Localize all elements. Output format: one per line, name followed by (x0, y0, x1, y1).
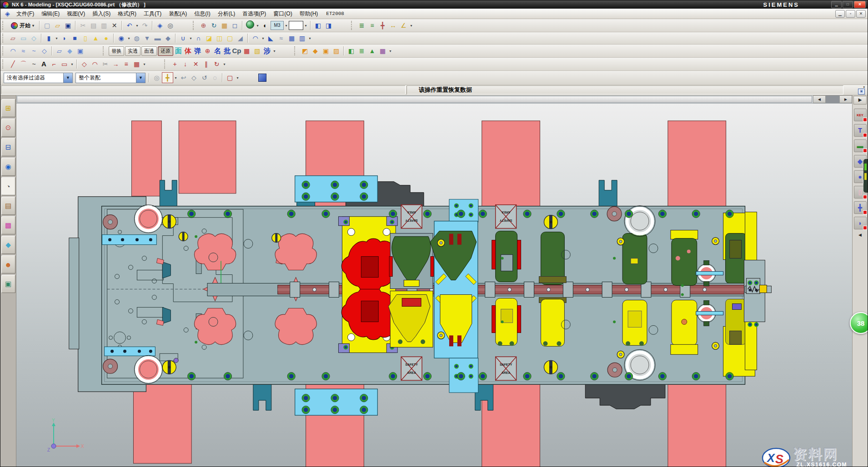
interference-tool[interactable]: 涉 (262, 46, 272, 56)
open-file-icon[interactable]: ▱ (52, 20, 63, 30)
minimize-button[interactable]: ▁ (831, 1, 842, 8)
paste-icon[interactable]: ▥ (99, 20, 109, 30)
find-component-icon[interactable]: ◎ (151, 73, 162, 83)
pad-icon[interactable]: ▬ (152, 33, 163, 43)
die-assembly-model[interactable]: SAFETYAREA SAFETYAREA SAFETYAREA SAFETYA… (16, 104, 852, 467)
pull-face-icon[interactable]: ◆ (310, 46, 321, 56)
corner-icon[interactable]: ⌐ (49, 59, 59, 69)
shaded-view-icon[interactable] (258, 74, 266, 82)
status-maximize-icon[interactable]: ▣ (858, 89, 865, 94)
spring-tool[interactable]: 弹 (193, 46, 202, 56)
scroll-left-button[interactable]: ◄ (813, 95, 826, 103)
information-icon[interactable]: ◈ (155, 20, 165, 30)
cone-icon[interactable]: ▲ (90, 33, 101, 43)
dropdown-caret-icon[interactable]: ▾ (303, 24, 308, 28)
fillet-curve-icon[interactable]: ◠ (90, 59, 100, 69)
thread-icon[interactable]: ≈ (276, 33, 286, 43)
save-file-icon[interactable]: ▣ (63, 20, 73, 30)
datum-plane-icon[interactable]: ▭ (18, 33, 29, 43)
dropdown-caret-icon[interactable]: ▾ (188, 36, 193, 40)
mdi-restore-button[interactable]: ▫ (846, 10, 855, 18)
sewn-surface-icon[interactable]: ▱ (54, 46, 65, 56)
wave-linker-icon[interactable]: ≣ (356, 46, 367, 56)
background-color-swatch[interactable] (289, 21, 303, 30)
resource-tab-constraint-navigator[interactable]: ⊙ (1, 119, 15, 137)
menu-view[interactable]: 视图(V) (63, 9, 89, 19)
unite-icon[interactable]: ∪ (178, 33, 188, 43)
block-icon[interactable]: ■ (70, 33, 80, 43)
thicken-icon[interactable]: ▣ (75, 46, 85, 56)
undo-selection-icon[interactable]: ↩ (178, 73, 189, 83)
copy-display-tool[interactable]: Cp (232, 46, 241, 56)
project-curve-icon[interactable]: ↓ (180, 59, 191, 69)
move-face-icon[interactable]: ◩ (300, 46, 310, 56)
selection-rectangle-icon[interactable]: ▢ (225, 73, 235, 83)
menu-tools[interactable]: 工具(T) (140, 9, 165, 19)
arc-icon[interactable]: ⌒ (18, 59, 29, 69)
body-display-tool[interactable]: 体 (183, 46, 193, 56)
close-button[interactable]: ✕ (854, 1, 866, 8)
replace-reference-set-button-button[interactable]: 替换 (109, 46, 124, 56)
promote-body-icon[interactable]: ▲ (367, 46, 377, 56)
dropdown-caret-icon[interactable]: ▾ (222, 62, 227, 66)
line-icon[interactable]: ╱ (8, 59, 18, 69)
face-translucency-button-button[interactable]: 面透 (141, 46, 157, 56)
edge-blend-icon[interactable]: ◠ (250, 33, 261, 43)
red-box-display-icon[interactable]: ▦ (241, 46, 252, 56)
layer-settings-icon[interactable]: ≣ (356, 20, 367, 30)
menu-analysis[interactable]: 分析(L) (214, 9, 239, 19)
model-canvas[interactable]: SAFETYAREA SAFETYAREA SAFETYAREA SAFETYA… (16, 104, 852, 467)
assembly-constraints-icon[interactable]: ◨ (323, 20, 334, 30)
n-sided-surface-icon[interactable]: ◇ (39, 46, 50, 56)
offset-surface-icon[interactable]: ◆ (65, 46, 75, 56)
pocket-icon[interactable]: ▼ (142, 33, 152, 43)
emboss-icon[interactable]: ◆ (163, 33, 173, 43)
resource-tab-history[interactable]: ◔ (1, 177, 15, 195)
pattern-curve-icon[interactable]: ▦ (131, 59, 142, 69)
dropdown-caret-icon[interactable]: ▾ (261, 36, 266, 40)
maximize-button[interactable]: □ (843, 1, 853, 8)
dropdown-caret-icon[interactable]: ▾ (284, 24, 289, 28)
linked-body-icon[interactable]: ◧ (346, 46, 356, 56)
helix-icon[interactable]: ↻ (211, 59, 222, 69)
rotate-view-icon[interactable]: ↻ (209, 20, 219, 30)
dropdown-caret-icon[interactable]: ▾ (70, 62, 75, 66)
point-icon[interactable]: + (170, 59, 180, 69)
dropdown-caret-icon[interactable]: ▾ (307, 36, 312, 40)
dropdown-caret-icon[interactable]: ▾ (272, 49, 277, 53)
delete-icon[interactable]: ✕ (109, 20, 120, 30)
palette-part-pin[interactable]: ╋ (854, 201, 867, 214)
wcs-display-icon[interactable]: ╋ (377, 20, 388, 30)
mirror-feature-icon[interactable]: ▥ (297, 33, 307, 43)
measure-distance-icon[interactable]: ↔ (388, 20, 398, 30)
menu-preferences[interactable]: 首选项(P) (239, 9, 270, 19)
shell-icon[interactable]: ▢ (225, 33, 235, 43)
spline-icon[interactable]: ~ (29, 59, 39, 69)
dropdown-caret-icon[interactable]: ▾ (255, 24, 260, 28)
display-mode-icon[interactable]: ◐ (260, 20, 271, 30)
datum-axis-icon[interactable]: ◇ (29, 33, 39, 43)
face-display-tool[interactable]: 面 (174, 46, 183, 56)
orient-view-icon[interactable]: ↺ (199, 73, 210, 83)
dropdown-caret-icon[interactable]: ▾ (135, 24, 140, 28)
scrollbar-thumb[interactable] (17, 96, 812, 103)
resource-tab-part-navigator[interactable]: ⊟ (1, 138, 15, 156)
resource-tab-visualization[interactable]: ◆ (1, 236, 15, 254)
palette-part-t-slot[interactable]: T (854, 124, 867, 137)
pattern-feature-icon[interactable]: ▦ (286, 33, 297, 43)
menu-edit[interactable]: 编辑(E) (38, 9, 63, 19)
hole-icon[interactable]: ◉ (116, 33, 126, 43)
palette-collapse-icon[interactable]: ◀ (858, 233, 862, 237)
resource-tab-palettes[interactable]: ▤ (1, 197, 15, 215)
trim-body-icon[interactable]: ◪ (204, 33, 214, 43)
zoom-fit-icon[interactable]: ⊕ (198, 20, 209, 30)
section-curve-icon[interactable]: ∥ (201, 59, 211, 69)
solid-translucency-button-button[interactable]: 实透 (125, 46, 140, 56)
menu-format[interactable]: 格式(R) (114, 9, 140, 19)
module-tool-icon[interactable]: ▦ (377, 46, 388, 56)
annotation-icon[interactable]: ◌ (210, 73, 220, 83)
menu-information[interactable]: 信息(I) (191, 9, 214, 19)
subtract-icon[interactable]: ∩ (193, 33, 204, 43)
redo-icon[interactable]: ↷ (140, 20, 150, 30)
offset-curve-icon[interactable]: ≡ (121, 59, 131, 69)
